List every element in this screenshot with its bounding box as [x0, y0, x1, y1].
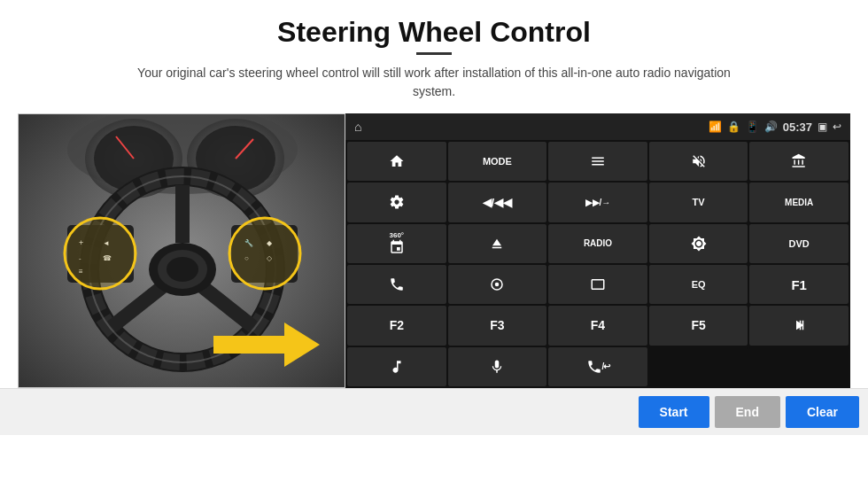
btn-empty5 [749, 347, 849, 386]
control-grid: MODE ◀/◀◀ ▶▶/→ TV MEDIA 360° [345, 140, 850, 388]
head-unit-panel: ⌂ 📶 🔒 📱 🔊 05:37 ▣ ↩ MODE [345, 113, 850, 388]
bottom-bar: Start End Clear [0, 388, 868, 435]
back-icon: ↩ [833, 120, 841, 133]
btn-eject[interactable] [448, 224, 547, 263]
btn-menu[interactable] [548, 142, 647, 181]
btn-prev[interactable]: ◀/◀◀ [448, 183, 547, 222]
svg-point-30 [229, 218, 300, 289]
btn-cam360[interactable]: 360° [347, 224, 446, 263]
btn-f4[interactable]: F4 [548, 306, 647, 345]
start-button[interactable]: Start [639, 396, 709, 428]
statusbar-right: 📶 🔒 📱 🔊 05:37 ▣ ↩ [709, 120, 841, 134]
btn-phone[interactable] [347, 265, 446, 304]
btn-mode[interactable]: MODE [448, 142, 547, 181]
steering-wheel-image: + - ◄ ☎ ≡ 🔧 ◆ ○ ◇ [18, 113, 345, 388]
btn-eq[interactable]: EQ [649, 265, 748, 304]
btn-brightness[interactable] [649, 224, 748, 263]
window-icon: ▣ [818, 120, 827, 133]
btn-f1[interactable]: F1 [749, 265, 849, 304]
btn-handsfree[interactable]: /↩ [548, 347, 647, 386]
btn-music[interactable] [347, 347, 446, 386]
svg-rect-34 [802, 321, 804, 330]
btn-empty4 [649, 347, 748, 386]
btn-vol-mute[interactable] [649, 142, 748, 181]
btn-swipe[interactable] [448, 265, 547, 304]
btn-f5[interactable]: F5 [649, 306, 748, 345]
btn-playpause[interactable] [749, 306, 849, 345]
end-button[interactable]: End [715, 396, 780, 428]
btn-media[interactable]: MEDIA [749, 183, 849, 222]
btn-settings[interactable] [347, 183, 446, 222]
title-divider [416, 52, 452, 55]
clear-button[interactable]: Clear [786, 396, 859, 428]
time-display: 05:37 [783, 120, 812, 134]
page-title: Steering Wheel Control [0, 0, 868, 52]
svg-point-32 [495, 283, 500, 287]
home-status-icon: ⌂ [354, 120, 361, 134]
lock-icon: 🔒 [727, 120, 740, 133]
bluetooth-icon: 🔊 [764, 120, 778, 133]
statusbar: ⌂ 📶 🔒 📱 🔊 05:37 ▣ ↩ [345, 113, 850, 140]
btn-radio[interactable]: RADIO [548, 224, 647, 263]
btn-home[interactable] [347, 142, 446, 181]
svg-point-29 [65, 218, 136, 289]
btn-mic[interactable] [448, 347, 547, 386]
svg-rect-33 [800, 321, 802, 330]
btn-tv[interactable]: TV [649, 183, 748, 222]
btn-next[interactable]: ▶▶/→ [548, 183, 647, 222]
wifi-icon: 📶 [709, 120, 722, 133]
btn-apps[interactable] [749, 142, 849, 181]
sim-icon: 📱 [746, 120, 759, 133]
svg-point-17 [167, 257, 198, 282]
statusbar-left: ⌂ [354, 120, 361, 134]
subtitle: Your original car's steering wheel contr… [124, 64, 744, 101]
btn-dvd[interactable]: DVD [749, 224, 849, 263]
btn-window[interactable] [548, 265, 647, 304]
content-row: + - ◄ ☎ ≡ 🔧 ◆ ○ ◇ [0, 113, 868, 388]
btn-f2[interactable]: F2 [347, 306, 446, 345]
btn-f3[interactable]: F3 [448, 306, 547, 345]
